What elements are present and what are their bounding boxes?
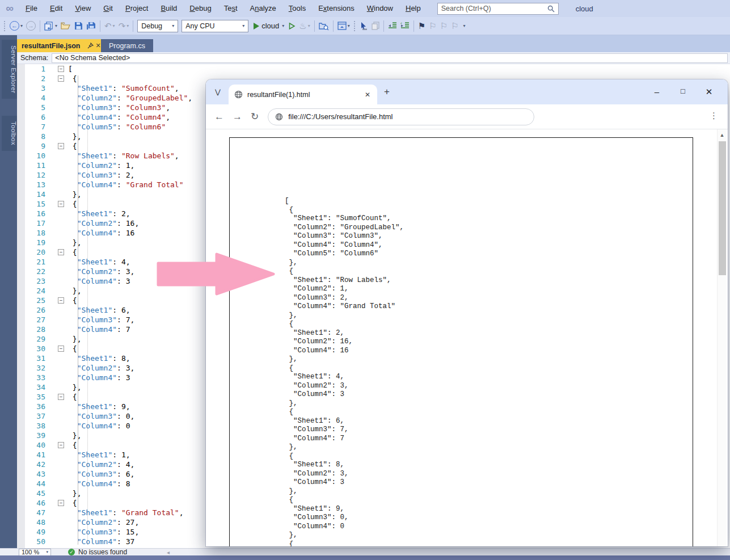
open-file-button[interactable] [59, 19, 73, 33]
previous-bookmark-button[interactable]: ⚐ [427, 19, 438, 33]
browser-reload-button[interactable]: ↻ [251, 111, 259, 123]
fold-collapse-box[interactable]: − [58, 75, 64, 82]
start-debugging-button[interactable]: cloud▾ [252, 22, 284, 30]
menu-item-git[interactable]: Git [97, 0, 119, 17]
clear-bookmarks-button[interactable]: ⚐ [449, 19, 460, 33]
fold-collapse-box[interactable]: − [58, 500, 64, 506]
browser-forward-button[interactable]: → [233, 111, 242, 123]
menu-item-project[interactable]: Project [119, 0, 154, 17]
url-text: file:///C:/Users/resultantFile.html [288, 112, 393, 121]
menu-item-analyze[interactable]: Analyze [244, 0, 282, 17]
code-text: { [68, 440, 77, 450]
navigate-forward-button[interactable]: → [24, 19, 37, 33]
toolbar-grip[interactable] [3, 21, 6, 31]
new-tab-button[interactable]: + [384, 86, 390, 98]
scrollbar-thumb[interactable] [719, 141, 726, 275]
find-in-files-button[interactable] [317, 19, 331, 33]
fold-collapse-box[interactable]: − [58, 201, 64, 207]
toolbar-overflow-button[interactable]: ▾ [461, 19, 467, 33]
copy-icon [372, 22, 379, 30]
undo-button[interactable]: ↶▾ [103, 19, 117, 33]
maximize-button[interactable]: □ [674, 87, 691, 95]
toggle-bookmark-button[interactable]: ⚑ [416, 19, 427, 33]
tab-search-button[interactable]: ⋁ [212, 86, 224, 98]
menu-item-edit[interactable]: Edit [44, 0, 69, 17]
code-text: { [68, 199, 77, 209]
save-icon [74, 22, 83, 30]
line-number: 27 [17, 315, 51, 325]
menu-item-debug[interactable]: Debug [183, 0, 217, 17]
line-number: 43 [17, 469, 51, 479]
line-number: 45 [17, 489, 51, 498]
save-button[interactable] [73, 19, 85, 33]
scrollbar-up-arrow[interactable]: ▲ [718, 129, 727, 138]
toolbar-grip[interactable] [353, 21, 356, 31]
tab-resultantfile-json[interactable]: resultantFile.json ✕ [17, 39, 106, 52]
tab-program-cs[interactable]: Program.cs [101, 39, 153, 52]
decrease-indent-button[interactable] [386, 19, 399, 33]
close-window-button[interactable]: ✕ [701, 87, 718, 97]
fold-collapse-box[interactable]: − [58, 66, 64, 72]
code-text: "Sheet1": "Row Labels", [68, 151, 179, 161]
browser-tab-resultantfile[interactable]: resultantFile(1).html ✕ [229, 85, 377, 104]
menu-item-test[interactable]: Test [218, 0, 244, 17]
next-bookmark-button[interactable]: ⚐ [438, 19, 449, 33]
line-number: 11 [17, 161, 51, 170]
quick-search-input[interactable]: Search (Ctrl+Q) [437, 3, 559, 15]
close-tab-icon[interactable]: ✕ [364, 91, 372, 99]
fold-collapse-box[interactable]: − [58, 143, 64, 149]
copy-parent-button[interactable] [370, 19, 381, 33]
schema-dropdown[interactable]: <No Schema Selected> [52, 53, 728, 63]
close-tab-icon[interactable]: ✕ [96, 42, 101, 49]
pointer-mode-button[interactable] [358, 19, 370, 33]
line-number: 26 [17, 305, 51, 315]
menu-item-window[interactable]: Window [361, 0, 399, 17]
code-text: "Column4": 3 [68, 373, 130, 382]
fold-collapse-box[interactable]: − [58, 297, 64, 304]
toolbox-tab[interactable]: Toolbox [2, 116, 17, 151]
menu-item-help[interactable]: Help [399, 0, 427, 17]
menu-item-build[interactable]: Build [154, 0, 183, 17]
menu-item-file[interactable]: File [19, 0, 44, 17]
menu-item-view[interactable]: View [69, 0, 97, 17]
hot-reload-button[interactable]: ♨▾ [297, 19, 311, 33]
fold-collapse-box[interactable]: − [58, 346, 64, 352]
address-bar[interactable]: file:///C:/Users/resultantFile.html [268, 108, 534, 125]
solution-platform-dropdown[interactable]: Any CPU▾ [182, 20, 248, 32]
menu-item-tools[interactable]: Tools [282, 0, 312, 17]
zoom-level-dropdown[interactable]: 100 %▾ [19, 549, 51, 556]
code-text: "Column3": 7, [68, 315, 134, 325]
browser-scrollbar[interactable]: ▲ [717, 129, 727, 546]
fold-collapse-box[interactable]: − [58, 442, 64, 448]
server-explorer-tab[interactable]: Server Explorer [2, 40, 17, 99]
search-icon [547, 5, 555, 12]
code-text: "Sheet1": "Grand Total", [68, 508, 184, 517]
code-text: "Column4": 0 [68, 421, 130, 431]
start-without-debugging-button[interactable] [286, 19, 297, 33]
browser-window[interactable]: ⋁ resultantFile(1).html ✕ + – □ ✕ ← → ↻ … [206, 79, 728, 546]
fold-collapse-box[interactable]: − [58, 394, 64, 400]
new-project-button[interactable]: ▾ [43, 19, 59, 33]
solution-explorer-button[interactable]: ▾ [336, 19, 352, 33]
editor-line[interactable]: 1−[ [17, 64, 730, 74]
solution-configuration-dropdown[interactable]: Debug▾ [137, 20, 178, 32]
code-text: }, [68, 382, 81, 392]
browser-menu-icon[interactable]: ⋮ [710, 111, 718, 121]
account-label[interactable]: cloud [576, 5, 593, 13]
save-all-button[interactable] [85, 19, 98, 33]
line-number: 25 [17, 296, 51, 305]
pin-icon[interactable] [87, 43, 94, 49]
navigate-back-button[interactable]: ←▾ [8, 19, 24, 33]
horizontal-scrollbar-left-arrow[interactable]: ◂ [167, 549, 170, 555]
line-number: 4 [17, 93, 51, 103]
browser-content[interactable]: [ { "Sheet1": "SumofCount", "Column2": "… [206, 129, 728, 546]
code-text: "Column4": "Column4", [68, 112, 170, 122]
fold-collapse-box[interactable]: − [58, 249, 64, 255]
vs-status-bar [0, 555, 730, 560]
increase-indent-button[interactable]: 2 [399, 19, 411, 33]
browser-back-button[interactable]: ← [214, 111, 224, 123]
menu-item-extensions[interactable]: Extensions [312, 0, 361, 17]
redo-button[interactable]: ↷▾ [117, 19, 131, 33]
minimize-button[interactable]: – [648, 87, 665, 96]
line-number: 44 [17, 479, 51, 489]
